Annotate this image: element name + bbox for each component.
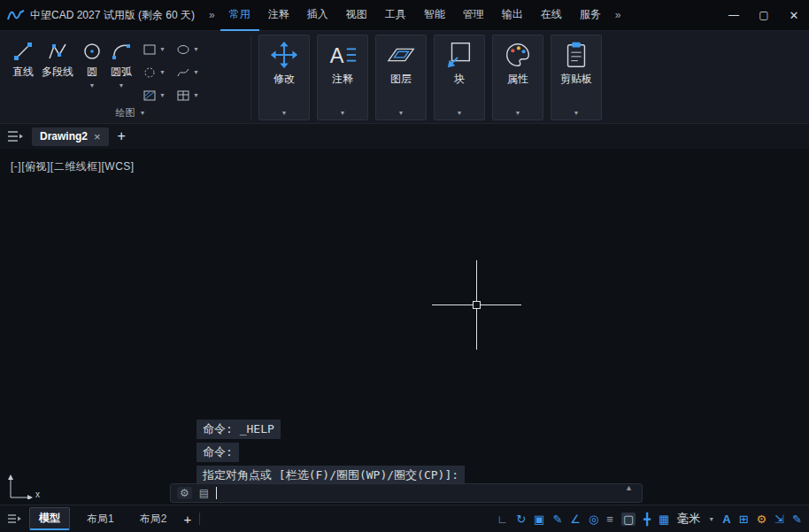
units-label[interactable]: 毫米 xyxy=(677,511,700,527)
layout-tab-layout2[interactable]: 布局2 xyxy=(131,509,176,529)
new-layout-button[interactable]: + xyxy=(183,512,191,527)
ribbon-tab-home[interactable]: 常用 xyxy=(220,0,259,31)
grid-units-icon[interactable]: ▦ xyxy=(659,513,669,526)
units-dropdown-icon[interactable]: ▼ xyxy=(708,516,714,522)
draw-group-footer[interactable]: 绘图 ▼ xyxy=(11,106,250,120)
spline-icon xyxy=(177,67,189,78)
arc-tool-button[interactable]: 圆弧 ▼ xyxy=(111,38,132,107)
rectangle-tool-button[interactable]: ▼ xyxy=(143,38,177,61)
panel-properties[interactable]: 属性 ▼ xyxy=(492,35,543,120)
polyline-tool-button[interactable]: 多段线 xyxy=(42,38,73,107)
ribbon-group-draw: 直线 多段线 圆 ▼ xyxy=(11,35,251,120)
draw-extra-tools: ▼ ▼ ▼ ▼ ▼ xyxy=(143,38,211,107)
ribbon-tab-manage[interactable]: 管理 xyxy=(454,0,493,31)
block-icon xyxy=(444,40,474,70)
statusbar-toggles: ∟ ↻ ▣ ✎ ∠ ◎ ≡ ▢ ╋ ▦ 毫米 ▼ A ⊞ ⚙ ⇲ ✎ xyxy=(497,511,802,527)
ribbon-overflow-left-icon[interactable]: » xyxy=(204,9,220,21)
construction-circle-tool-button[interactable]: ▼ xyxy=(143,61,177,84)
dropdown-icon[interactable]: ▼ xyxy=(281,110,288,117)
close-button[interactable]: ✕ xyxy=(779,0,809,31)
panel-block[interactable]: 块 ▼ xyxy=(434,35,485,120)
customize-gear-icon[interactable]: ⚙ xyxy=(177,487,192,499)
table-tool-button[interactable]: ▼ xyxy=(177,84,211,107)
dropdown-icon[interactable]: ▼ xyxy=(515,110,521,117)
command-bar[interactable]: ⚙ ▤ xyxy=(170,483,643,503)
ribbon-tab-output[interactable]: 输出 xyxy=(493,0,532,31)
annotate-icon: A xyxy=(327,40,358,70)
command-expand-icon[interactable]: ▲ xyxy=(625,483,633,492)
lineweight-icon[interactable]: ≡ xyxy=(606,513,613,526)
arc-icon xyxy=(111,41,132,62)
dropdown-icon[interactable]: ▼ xyxy=(89,82,96,89)
object-snap-icon[interactable]: ▣ xyxy=(534,513,544,526)
dropdown-icon[interactable]: ▼ xyxy=(574,110,580,117)
document-tab[interactable]: Drawing2 × xyxy=(32,127,109,146)
line-tool-button[interactable]: 直线 xyxy=(12,38,34,107)
snap-edit-icon[interactable]: ✎ xyxy=(552,513,562,526)
document-tab-label: Drawing2 xyxy=(40,130,88,143)
table-icon xyxy=(177,90,189,101)
dropdown-icon[interactable]: ▼ xyxy=(398,110,404,117)
ribbon-overflow-right-icon[interactable]: » xyxy=(610,9,627,21)
move-icon xyxy=(269,40,299,70)
layout-switch-icon[interactable] xyxy=(7,513,21,525)
layout-tab-model[interactable]: 模型 xyxy=(29,507,70,530)
crosshair-plus-icon[interactable]: ╋ xyxy=(643,513,651,526)
polar-tracking-icon[interactable]: ↻ xyxy=(516,513,526,526)
clean-screen-icon[interactable]: ▢ xyxy=(621,513,636,526)
dashed-circle-icon xyxy=(143,67,156,78)
panel-annotate[interactable]: A 注释 ▼ xyxy=(317,35,368,120)
ribbon-tab-tools[interactable]: 工具 xyxy=(376,0,415,31)
new-tab-button[interactable]: + xyxy=(118,129,126,143)
annotation-scale-icon[interactable]: A xyxy=(722,513,730,526)
file-tabs-menu-icon[interactable] xyxy=(7,130,23,143)
window-controls: — ▢ ✕ xyxy=(719,0,809,31)
panel-layer[interactable]: 图层 ▼ xyxy=(375,35,427,120)
minimize-button[interactable]: — xyxy=(719,0,749,31)
app-title: 中望CAD 2027 试用版 (剩余 60 天) xyxy=(30,8,195,23)
layout-tab-layout1[interactable]: 布局1 xyxy=(78,509,123,529)
polyline-tool-label: 多段线 xyxy=(42,65,73,80)
command-window-icon[interactable]: ▤ xyxy=(199,487,209,499)
document-tab-bar: Drawing2 × + xyxy=(0,124,809,149)
dropdown-icon: ▼ xyxy=(140,110,146,117)
dynamic-input-icon[interactable]: ◎ xyxy=(589,513,598,526)
spline-tool-button[interactable]: ▼ xyxy=(177,61,211,84)
command-input[interactable] xyxy=(224,487,636,500)
ribbon-tab-view[interactable]: 视图 xyxy=(337,0,376,31)
dropdown-icon[interactable]: ▼ xyxy=(457,110,463,117)
annotation-add-icon[interactable]: ⊞ xyxy=(739,513,749,526)
panel-clipboard[interactable]: 剪贴板 ▼ xyxy=(551,35,602,120)
hatch-tool-button[interactable]: ▼ xyxy=(143,84,177,107)
circle-tool-button[interactable]: 圆 ▼ xyxy=(81,38,103,107)
ribbon-tab-online[interactable]: 在线 xyxy=(532,0,571,31)
dropdown-icon[interactable]: ▼ xyxy=(159,46,166,53)
panel-modify[interactable]: 修改 ▼ xyxy=(258,35,310,120)
command-caret xyxy=(216,487,217,499)
angle-tracking-icon[interactable]: ∠ xyxy=(570,513,581,526)
draw-group-label: 绘图 xyxy=(116,106,135,120)
panel-clipboard-label: 剪贴板 xyxy=(560,72,592,87)
ribbon-tab-service[interactable]: 服务 xyxy=(571,0,610,31)
ellipse-tool-button[interactable]: ▼ xyxy=(177,38,211,61)
dropdown-icon[interactable]: ▼ xyxy=(119,82,125,89)
ribbon-tab-smart[interactable]: 智能 xyxy=(415,0,454,31)
ortho-icon[interactable]: ∟ xyxy=(497,513,508,526)
fullscreen-icon[interactable]: ⇲ xyxy=(774,513,784,526)
dropdown-icon[interactable]: ▼ xyxy=(193,92,199,99)
command-history: 命令: _HELP 命令: 指定对角点或 [栏选(F)/圈围(WP)/圈交(CP… xyxy=(196,420,465,489)
dropdown-icon[interactable]: ▼ xyxy=(159,69,166,76)
tab-close-icon[interactable]: × xyxy=(94,130,101,143)
dropdown-icon[interactable]: ▼ xyxy=(340,110,346,117)
settings-gear-icon[interactable]: ⚙ xyxy=(757,513,767,526)
dropdown-icon[interactable]: ▼ xyxy=(193,69,199,76)
drawing-viewport[interactable]: [-][俯视][二维线框][WCS] 命令: _HELP 命令: 指定对角点或 … xyxy=(0,149,809,505)
viewport-controls[interactable]: [-][俯视][二维线框][WCS] xyxy=(11,159,135,174)
line-tool-label: 直线 xyxy=(12,65,34,80)
dropdown-icon[interactable]: ▼ xyxy=(159,92,166,99)
ribbon-tab-annotate[interactable]: 注释 xyxy=(259,0,298,31)
dropdown-icon[interactable]: ▼ xyxy=(193,46,199,53)
ribbon-tab-insert[interactable]: 插入 xyxy=(298,0,337,31)
quick-draw-icon[interactable]: ✎ xyxy=(792,513,802,526)
maximize-button[interactable]: ▢ xyxy=(749,0,779,31)
